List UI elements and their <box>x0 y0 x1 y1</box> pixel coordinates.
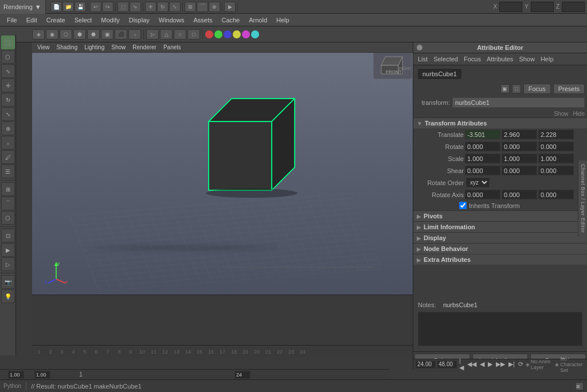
translate-y-input[interactable] <box>502 130 537 139</box>
translate-x-input[interactable] <box>465 130 500 139</box>
move-btn[interactable]: ✛ <box>145 2 156 12</box>
rotate-order-dropdown[interactable]: xyz yzx zxy xzy yxz zyx <box>466 178 490 187</box>
redo-btn[interactable]: ↪ <box>102 2 114 12</box>
viewport-menu-lighting[interactable]: Lighting <box>81 44 107 51</box>
pb-prev-btn[interactable]: ◀ <box>479 360 486 368</box>
menu-display[interactable]: Display <box>124 15 154 25</box>
attr-menu-list[interactable]: List <box>416 55 430 63</box>
pb-last-btn[interactable]: ▶| <box>507 360 516 368</box>
select-btn[interactable]: ⬚ <box>118 2 129 12</box>
tool-12[interactable]: □ <box>187 29 200 40</box>
attr-menu-help[interactable]: Help <box>538 55 556 63</box>
rotate-btn[interactable]: ↻ <box>157 2 169 12</box>
render-current-btn[interactable]: ▶ <box>1 243 15 257</box>
tool-5[interactable]: ⬣ <box>87 29 100 40</box>
undo-btn[interactable]: ↩ <box>90 2 101 12</box>
render-btn[interactable]: ▶ <box>224 2 236 12</box>
menu-assets[interactable]: Assets <box>189 15 217 25</box>
menu-edit[interactable]: Edit <box>22 15 42 25</box>
tool-2[interactable]: ◉ <box>46 29 58 40</box>
menu-select[interactable]: Select <box>70 15 97 25</box>
tool-7[interactable]: ⬛ <box>115 29 127 40</box>
save-file-btn[interactable]: 💾 <box>75 2 86 12</box>
select-tool-btn[interactable]: ⬚ <box>1 36 15 49</box>
extra-attributes-section[interactable]: ▶ Extra Attributes <box>413 254 587 265</box>
render-mode-dropdown[interactable]: Rendering ▼ <box>0 0 46 14</box>
current-node-tab[interactable]: nurbsCube1 <box>418 69 461 79</box>
focus-btn[interactable]: Focus <box>523 84 551 94</box>
snap-view-btn[interactable]: ⬡ <box>1 211 15 225</box>
z-input[interactable] <box>562 2 585 12</box>
shear-z-input[interactable] <box>538 166 574 175</box>
rotate-x-input[interactable] <box>465 142 500 151</box>
rotate-z-input[interactable] <box>538 142 574 151</box>
presets-btn[interactable]: Presets <box>553 84 585 94</box>
transform-attributes-section[interactable]: ▼ Transform Attributes <box>413 117 587 128</box>
viewport-menu-shading[interactable]: Shading <box>54 44 81 51</box>
frame-current-input[interactable] <box>8 371 24 379</box>
display-section[interactable]: ▶ Display <box>413 232 587 243</box>
pb-first-btn[interactable]: |◀ <box>458 357 465 371</box>
attr-menu-focus[interactable]: Focus <box>461 55 483 63</box>
tool-4[interactable]: ⬢ <box>73 29 86 40</box>
snap-curve-btn[interactable]: ⌒ <box>197 2 208 12</box>
channel-box-tab[interactable]: Channel Box / Layer Editor <box>578 160 587 237</box>
menu-arnold[interactable]: Arnold <box>244 15 272 25</box>
lasso-tool-btn[interactable]: ∿ <box>1 64 15 78</box>
pb-end-input[interactable] <box>437 360 457 369</box>
notes-textarea[interactable] <box>418 312 582 346</box>
frame-step-input[interactable] <box>34 371 50 379</box>
rotate-axis-z[interactable] <box>538 190 574 199</box>
viewport-menu-renderer[interactable]: Renderer <box>130 44 159 51</box>
node-behavior-section[interactable]: ▶ Node Behavior <box>413 243 587 254</box>
move-tool-btn[interactable]: ✛ <box>1 79 15 92</box>
pivots-section[interactable]: ▶ Pivots <box>413 210 587 221</box>
open-file-btn[interactable]: 📁 <box>62 2 74 12</box>
light-btn[interactable]: 💡 <box>1 289 15 303</box>
x-input[interactable] <box>499 2 522 12</box>
attr-icon-btn-2[interactable]: □ <box>512 84 521 93</box>
rotate-tool-btn[interactable]: ↻ <box>1 93 15 107</box>
pb-loop-btn[interactable]: ⟳ <box>517 360 525 368</box>
translate-z-input[interactable] <box>538 130 574 139</box>
timeline-ruler[interactable]: 1 2 3 4 5 6 7 8 9 10 11 12 13 14 15 16 1… <box>32 345 413 358</box>
3d-viewport[interactable]: View Shading Lighting Show Renderer Pane… <box>32 42 413 295</box>
rotate-axis-y[interactable] <box>502 190 537 199</box>
scale-y-input[interactable] <box>502 154 537 163</box>
pb-start-input[interactable] <box>416 360 436 369</box>
pb-next-btn[interactable]: ▶▶ <box>495 360 506 368</box>
menu-help[interactable]: Help <box>272 15 294 25</box>
viewport-menu-show[interactable]: Show <box>108 44 128 51</box>
tool-6[interactable]: ▣ <box>101 29 114 40</box>
snap-curve-btn[interactable]: ⌒ <box>1 197 15 210</box>
shear-x-input[interactable] <box>465 166 500 175</box>
pb-prev-key-btn[interactable]: ◀◀ <box>466 360 478 368</box>
tool-1[interactable]: ◈ <box>32 29 45 40</box>
soft-mod-btn[interactable]: ⬦ <box>1 136 15 150</box>
menu-file[interactable]: File <box>2 15 22 25</box>
hide-link[interactable]: Hide <box>573 111 585 117</box>
lasso-btn[interactable]: ∿ <box>130 2 141 12</box>
inherits-transform-checkbox[interactable] <box>459 202 467 209</box>
scale-tool-btn[interactable]: ⤡ <box>1 107 15 121</box>
new-file-btn[interactable]: 📄 <box>50 2 62 12</box>
limit-section[interactable]: ▶ Limit Information <box>413 221 587 232</box>
frame-end-input[interactable] <box>234 371 251 379</box>
scale-x-input[interactable] <box>465 154 500 163</box>
tool-3[interactable]: ⬡ <box>60 29 72 40</box>
menu-create[interactable]: Create <box>42 15 70 25</box>
menu-windows[interactable]: Windows <box>154 15 189 25</box>
snap-point-btn[interactable]: ⊕ <box>209 2 220 12</box>
paint-select-btn[interactable]: ⬡ <box>1 50 15 64</box>
scale-btn[interactable]: ⤡ <box>169 2 181 12</box>
panel-close-btn[interactable] <box>417 45 422 50</box>
sculpt-btn[interactable]: 🖊 <box>1 150 15 164</box>
viewport-menu-view[interactable]: View <box>34 44 53 51</box>
show-manip-btn[interactable]: ☰ <box>1 164 15 178</box>
menu-modify[interactable]: Modify <box>96 15 124 25</box>
snap-grid-btn[interactable]: ⊞ <box>185 2 196 12</box>
transform-input[interactable] <box>452 97 585 108</box>
camera-btn[interactable]: 📷 <box>1 275 15 289</box>
shear-y-input[interactable] <box>502 166 537 175</box>
rotate-y-input[interactable] <box>502 142 537 151</box>
